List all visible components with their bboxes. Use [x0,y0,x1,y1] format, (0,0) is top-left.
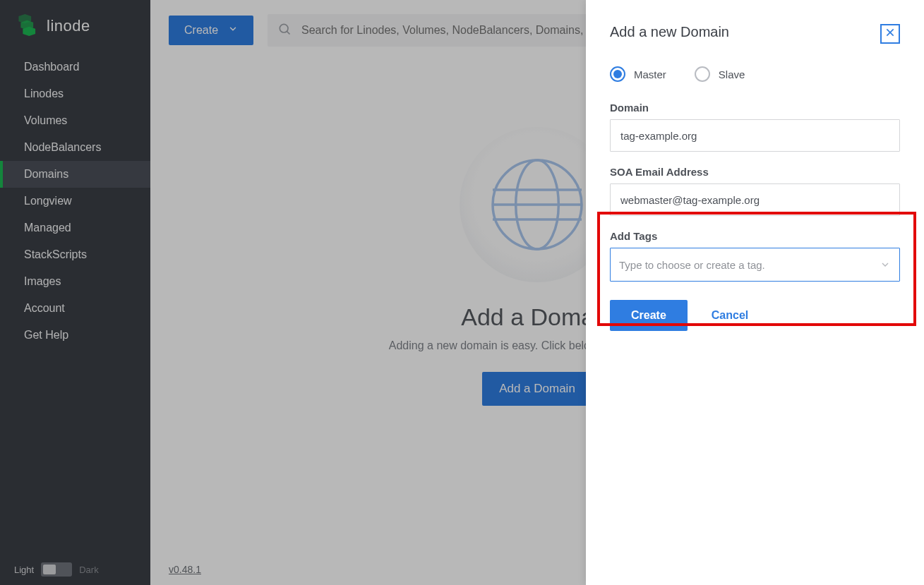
drawer-create-button[interactable]: Create [610,300,688,331]
sidebar-item-nodebalancers[interactable]: NodeBalancers [0,134,150,161]
tags-field-label: Add Tags [610,230,900,242]
sidebar-item-account[interactable]: Account [0,295,150,322]
tags-input[interactable]: Type to choose or create a tag. [610,248,900,282]
domain-field-label: Domain [610,102,900,114]
radio-circle-icon [610,66,625,82]
brand: linode [0,0,150,51]
radio-circle-icon [695,66,710,82]
search-icon [277,22,292,39]
brand-logo-icon [17,14,38,38]
domain-input[interactable] [610,119,900,152]
soa-email-label: SOA Email Address [610,166,900,178]
radio-slave[interactable]: Slave [695,66,745,82]
svg-line-4 [287,31,289,34]
nav: Dashboard Linodes Volumes NodeBalancers … [0,54,150,349]
sidebar-item-gethelp[interactable]: Get Help [0,322,150,349]
theme-dark-label: Dark [79,565,98,575]
soa-email-input[interactable] [610,183,900,216]
tags-placeholder: Type to choose or create a tag. [619,259,765,271]
theme-switcher: Light Dark [0,554,150,585]
drawer-title: Add a new Domain [610,24,729,40]
theme-light-label: Light [14,565,34,575]
chevron-down-icon [228,24,238,37]
sidebar-item-domains[interactable]: Domains [0,161,150,188]
sidebar: linode Dashboard Linodes Volumes NodeBal… [0,0,150,585]
theme-toggle[interactable] [41,562,72,577]
sidebar-item-volumes[interactable]: Volumes [0,107,150,134]
close-button[interactable] [880,24,900,44]
sidebar-item-stackscripts[interactable]: StackScripts [0,241,150,268]
domain-type-radio-group: Master Slave [610,66,900,82]
add-domain-drawer: Add a new Domain Master Slave Domain SOA… [586,0,924,585]
radio-master[interactable]: Master [610,66,666,82]
create-button[interactable]: Create [169,16,253,45]
footer: v0.48.1 [169,564,201,575]
chevron-down-icon [880,259,891,270]
sidebar-item-longview[interactable]: Longview [0,188,150,215]
create-button-label: Create [184,24,218,37]
add-domain-button[interactable]: Add a Domain [482,372,592,406]
version-link[interactable]: v0.48.1 [169,564,201,575]
radio-master-label: Master [634,68,666,80]
radio-slave-label: Slave [719,68,745,80]
sidebar-item-managed[interactable]: Managed [0,215,150,241]
brand-name: linode [47,17,90,35]
sidebar-item-dashboard[interactable]: Dashboard [0,54,150,80]
close-icon [884,27,896,41]
svg-point-3 [280,24,288,32]
drawer-cancel-button[interactable]: Cancel [712,309,748,322]
sidebar-item-linodes[interactable]: Linodes [0,80,150,107]
sidebar-item-images[interactable]: Images [0,268,150,295]
